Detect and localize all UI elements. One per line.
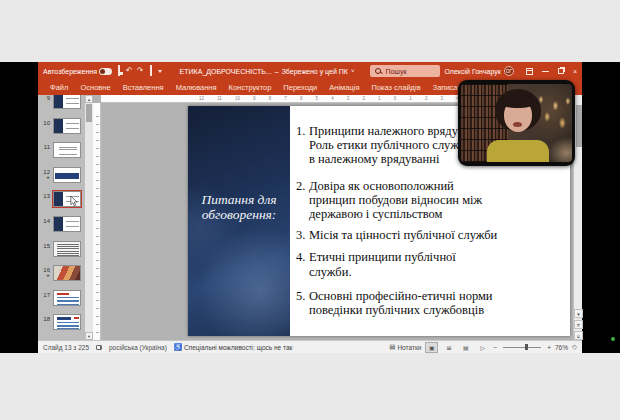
accessibility-text: Спеціальні можливості: щось не так	[184, 344, 292, 351]
speaker-fringe	[502, 96, 534, 108]
animation-star: ★	[38, 273, 50, 279]
redo-icon[interactable]: ↷	[137, 67, 144, 75]
slide-row-18[interactable]: 18	[38, 314, 85, 330]
slide-sorter-view-button[interactable]: ⊞	[442, 342, 455, 353]
restore-button[interactable]	[558, 68, 564, 74]
tab-slideshow[interactable]: Показ слайдів	[365, 83, 426, 92]
slide-thumbnail[interactable]	[53, 191, 81, 207]
slide-row-17[interactable]: 17	[38, 290, 85, 306]
previous-slide-icon[interactable]: ⇈	[574, 320, 583, 329]
reading-view-button[interactable]: ▤	[459, 342, 472, 353]
slide-thumbnail[interactable]	[53, 167, 81, 183]
fit-to-window-icon[interactable]: ◇	[572, 343, 577, 351]
zoom-in-icon[interactable]: +	[547, 344, 551, 351]
slide-thumbnail[interactable]	[53, 216, 81, 232]
account-menu[interactable]: Олексій Гончарук ОГ	[445, 66, 514, 76]
item-text: Основні професійно-етичні норми поведінк…	[309, 289, 493, 317]
tab-draw[interactable]: Малювання	[170, 83, 223, 92]
tab-home[interactable]: Основне	[74, 83, 116, 92]
undo-icon[interactable]: ↶	[126, 67, 133, 75]
slide-number: 18	[43, 316, 50, 322]
slide-row-14[interactable]: 14	[38, 216, 85, 232]
item-number: 2.	[296, 179, 309, 222]
notes-button[interactable]: ▤ Нотатки	[389, 343, 421, 351]
slide-row-16[interactable]: 16★	[38, 265, 85, 281]
next-slide-icon[interactable]: ⇊	[574, 331, 583, 340]
slide-number: 13	[43, 193, 50, 199]
title-separator: –	[275, 68, 279, 75]
slide-number: 17	[43, 292, 50, 298]
accessibility-status[interactable]: ♿ Спеціальні можливості: щось не так	[174, 343, 293, 351]
scroll-down-icon[interactable]: ▼	[574, 309, 583, 318]
zoom-slider-thumb[interactable]	[525, 344, 528, 350]
tab-transitions[interactable]: Переходи	[277, 83, 323, 92]
speaker-mouth	[513, 122, 522, 127]
zoom-level[interactable]: 76%	[555, 344, 568, 351]
language-indicator[interactable]: російська (Україна)	[109, 344, 167, 351]
webcam-overlay[interactable]	[458, 80, 575, 166]
zoom-slider[interactable]	[503, 347, 541, 348]
slide-thumbnail[interactable]	[53, 314, 81, 330]
search-placeholder: Пошук	[385, 68, 406, 75]
item-text: Етичні принципи публічної служби.	[309, 250, 456, 278]
slide-row-9[interactable]: 9	[38, 95, 85, 109]
sidebar-scrollbar[interactable]: ▲ ▼	[85, 95, 93, 340]
customize-toolbar-icon[interactable]	[158, 70, 162, 73]
slide-row-12[interactable]: 12★	[38, 167, 85, 183]
slide-thumbnail[interactable]	[53, 118, 81, 134]
slide-thumbnail[interactable]	[53, 290, 81, 306]
autosave-label: Автозбереження	[43, 68, 97, 75]
slide-thumbnail[interactable]	[53, 95, 81, 109]
search-input[interactable]: Пошук	[370, 65, 440, 77]
notes-label: Нотатки	[397, 344, 421, 351]
autosave-toggle[interactable]: Автозбереження	[43, 68, 112, 75]
vertical-ruler	[93, 103, 101, 340]
save-icon[interactable]	[116, 67, 122, 75]
slide-row-10[interactable]: 10	[38, 118, 85, 134]
save-status: Збережено у цей ПК	[282, 68, 348, 75]
scrollbar-thumb[interactable]	[86, 104, 92, 122]
zoom-out-icon[interactable]: −	[493, 344, 497, 351]
search-icon	[375, 68, 381, 74]
list-item: 5. Основні професійно-етичні норми повед…	[296, 289, 528, 317]
item-number: 3.	[296, 228, 309, 242]
speaker	[461, 84, 572, 162]
tab-file[interactable]: Файл	[44, 83, 74, 92]
slide-thumbnail-panel: 9 10 11 12★	[38, 95, 85, 340]
slide-title-panel[interactable]: Питання для обговорення:	[188, 106, 290, 336]
scroll-down-icon[interactable]: ▼	[85, 332, 93, 340]
scrollbar-thumb[interactable]	[576, 105, 582, 147]
title-bar: Автозбереження ↶ ↷ ЕТИКА_ДОБРОЧЕСНІСТЬ..…	[38, 62, 582, 80]
slide-number: 11	[44, 144, 50, 150]
slide-thumbnail[interactable]	[53, 142, 81, 158]
tab-animations[interactable]: Анімація	[323, 83, 365, 92]
scroll-up-icon[interactable]: ▲	[85, 95, 93, 103]
slide-panel-title: Питання для обговорення:	[188, 192, 290, 222]
slide-row-11[interactable]: 11	[38, 142, 85, 158]
document-title[interactable]: ЕТИКА_ДОБРОЧЕСНІСТЬ... – Збережено у цей…	[180, 68, 355, 75]
start-presentation-icon[interactable]	[147, 67, 153, 75]
slide-row-13-selected[interactable]: 13	[38, 191, 85, 207]
ribbon-display-icon[interactable]	[526, 68, 533, 75]
item-text: Місія та цінності публічної служби	[309, 228, 497, 242]
slide-number: 14	[43, 218, 50, 224]
accessibility-icon: ♿	[174, 343, 182, 351]
item-number: 4.	[296, 250, 309, 278]
autosave-toggle-switch[interactable]	[99, 68, 112, 75]
normal-view-button[interactable]: ▣	[425, 342, 438, 353]
user-name: Олексій Гончарук	[445, 68, 501, 75]
status-right-group: ▤ Нотатки ▣ ⊞ ▤ ▷ − + 76% ◇	[389, 342, 577, 353]
minimize-button[interactable]	[542, 71, 549, 72]
slideshow-view-button[interactable]: ▷	[476, 342, 489, 353]
tab-insert[interactable]: Вставлення	[117, 83, 170, 92]
screen: Автозбереження ↶ ↷ ЕТИКА_ДОБРОЧЕСНІСТЬ..…	[0, 0, 620, 420]
tab-design[interactable]: Конструктор	[223, 83, 278, 92]
slide-thumbnail[interactable]	[53, 241, 81, 257]
slide-row-15[interactable]: 15	[38, 241, 85, 257]
mouse-cursor	[70, 196, 78, 207]
spellcheck-icon[interactable]	[96, 345, 102, 350]
slide-number: 12	[43, 169, 50, 175]
slide-number: 10	[43, 120, 50, 126]
close-button[interactable]: ×	[573, 68, 577, 75]
slide-thumbnail[interactable]	[53, 265, 81, 281]
